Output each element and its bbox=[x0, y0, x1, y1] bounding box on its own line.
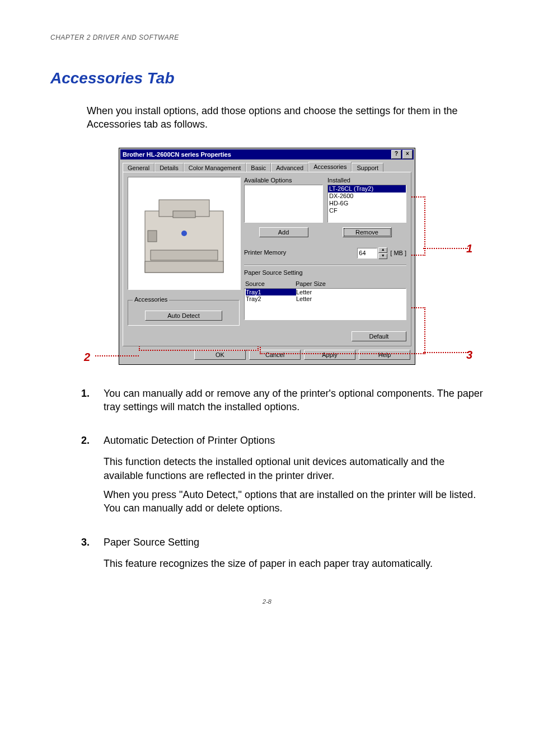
dialog-button-row: OK Cancel Apply Help bbox=[120, 346, 414, 363]
svg-rect-2 bbox=[145, 261, 223, 273]
dialog-titlebar: Brother HL-2600CN series Properties ? × bbox=[120, 149, 414, 159]
remove-button[interactable]: Remove bbox=[343, 227, 392, 237]
svg-rect-5 bbox=[151, 250, 218, 260]
spinner-up-icon[interactable]: ▲ bbox=[378, 247, 387, 253]
tab-basic[interactable]: Basic bbox=[246, 163, 271, 172]
list-number-1: 1. bbox=[81, 387, 104, 420]
svg-point-6 bbox=[181, 231, 187, 236]
available-options-label: Available Options bbox=[244, 177, 323, 184]
callout-1: 1 bbox=[466, 242, 472, 255]
cell-size: Letter bbox=[296, 295, 312, 302]
page-number: 2-8 bbox=[50, 598, 484, 605]
callout-2: 2 bbox=[84, 351, 90, 364]
printer-memory-label: Printer Memory bbox=[244, 249, 353, 256]
installed-listbox[interactable]: LT-26CL (Tray2) DX-2600 HD-6G CF bbox=[327, 185, 406, 223]
tab-details[interactable]: Details bbox=[154, 163, 184, 172]
tab-general[interactable]: General bbox=[123, 163, 154, 172]
list-number-2: 2. bbox=[81, 434, 104, 520]
accessories-group-legend: Accessories bbox=[133, 296, 169, 303]
list-item[interactable]: DX-2600 bbox=[328, 192, 406, 200]
tab-accessories[interactable]: Accessories bbox=[308, 162, 352, 172]
properties-dialog: Brother HL-2600CN series Properties ? × … bbox=[119, 148, 415, 364]
help-button[interactable]: Help bbox=[359, 350, 410, 360]
item-3-title: Paper Source Setting bbox=[104, 536, 484, 549]
titlebar-help-button[interactable]: ? bbox=[391, 150, 401, 159]
cell-source: Tray2 bbox=[246, 295, 296, 302]
add-button[interactable]: Add bbox=[259, 227, 308, 237]
printer-memory-unit: [ MB ] bbox=[390, 250, 406, 256]
available-options-listbox[interactable] bbox=[244, 185, 323, 223]
dialog-title: Brother HL-2600CN series Properties bbox=[123, 151, 231, 158]
list-item[interactable]: HD-6G bbox=[328, 200, 406, 207]
item-3-text-a: This feature recognizes the size of pape… bbox=[104, 557, 484, 570]
item-2-text-a: This function detects the installed opti… bbox=[104, 455, 484, 482]
auto-detect-button[interactable]: Auto Detect bbox=[145, 311, 222, 321]
paper-size-column-header: Paper Size bbox=[296, 280, 326, 287]
paper-source-setting-label: Paper Source Setting bbox=[244, 269, 406, 276]
apply-button[interactable]: Apply bbox=[304, 350, 355, 360]
paper-source-listbox[interactable]: Tray1 Letter Tray2 Letter bbox=[244, 288, 406, 320]
table-row[interactable]: Tray1 Letter bbox=[245, 289, 406, 295]
cell-source: Tray1 bbox=[246, 289, 296, 295]
printer-memory-spinner[interactable]: ▲ ▼ bbox=[378, 247, 387, 259]
installed-label: Installed bbox=[327, 177, 406, 184]
ok-button[interactable]: OK bbox=[194, 350, 246, 360]
cell-size: Letter bbox=[296, 289, 312, 295]
accessories-groupbox: Accessories Auto Detect bbox=[128, 300, 240, 326]
item-1-text: You can manually add or remove any of th… bbox=[104, 387, 484, 414]
list-item[interactable]: CF bbox=[328, 207, 406, 214]
callout-3: 3 bbox=[466, 349, 472, 361]
cancel-button[interactable]: Cancel bbox=[249, 350, 301, 360]
tabs-row: General Details Color Management Basic A… bbox=[120, 159, 414, 172]
svg-rect-7 bbox=[148, 231, 157, 242]
titlebar-close-button[interactable]: × bbox=[402, 150, 413, 159]
chapter-header: CHAPTER 2 DRIVER AND SOFTWARE bbox=[50, 34, 484, 41]
printer-preview-image bbox=[128, 177, 241, 290]
list-item[interactable]: LT-26CL (Tray2) bbox=[328, 185, 406, 192]
default-button[interactable]: Default bbox=[352, 331, 406, 341]
printer-memory-input[interactable]: 64 bbox=[357, 248, 377, 259]
source-column-header: Source bbox=[245, 280, 296, 287]
tab-panel: Accessories Auto Detect Available Option… bbox=[123, 172, 411, 346]
table-row[interactable]: Tray2 Letter bbox=[245, 295, 406, 302]
page-title: Accessories Tab bbox=[50, 69, 484, 87]
item-2-text-b: When you press "Auto Detect," options th… bbox=[104, 488, 484, 515]
tab-color-management[interactable]: Color Management bbox=[184, 163, 246, 172]
list-number-3: 3. bbox=[81, 536, 104, 576]
svg-rect-4 bbox=[173, 211, 195, 218]
tab-advanced[interactable]: Advanced bbox=[271, 163, 308, 172]
tab-support[interactable]: Support bbox=[352, 163, 383, 172]
spinner-down-icon[interactable]: ▼ bbox=[378, 253, 387, 259]
dialog-figure: 1 2 3 Brother HL-2600CN series Propertie… bbox=[50, 148, 484, 364]
item-2-title: Automatic Detection of Printer Options bbox=[104, 434, 484, 447]
intro-paragraph: When you install options, add those opti… bbox=[87, 104, 484, 132]
